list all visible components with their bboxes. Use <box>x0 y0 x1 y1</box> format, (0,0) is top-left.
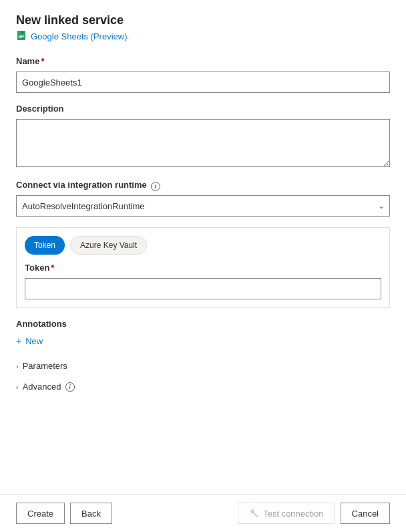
plus-icon: + <box>16 336 21 346</box>
integration-runtime-select[interactable]: AutoResolveIntegrationRuntime <box>16 195 390 217</box>
advanced-label: Advanced <box>23 382 61 392</box>
wrench-icon: 🔧 <box>249 509 259 518</box>
page-title: New linked service <box>16 13 390 27</box>
advanced-section[interactable]: › Advanced i <box>16 376 390 397</box>
parameters-chevron-icon: › <box>16 362 19 370</box>
svg-rect-5 <box>19 37 22 38</box>
azure-key-vault-tab[interactable]: Azure Key Vault <box>70 236 147 255</box>
token-field-label: Token* <box>25 263 54 273</box>
svg-rect-3 <box>19 35 24 35</box>
name-input[interactable] <box>16 72 390 93</box>
description-label: Description <box>16 104 64 114</box>
test-connection-label: Test connection <box>263 509 323 519</box>
parameters-section[interactable]: › Parameters <box>16 356 390 376</box>
new-annotation-label: New <box>25 336 43 346</box>
parameters-label: Parameters <box>23 361 67 371</box>
description-input[interactable] <box>16 119 390 167</box>
integration-runtime-label: Connect via integration runtime <box>16 180 147 190</box>
annotations-label: Annotations <box>16 319 390 329</box>
add-annotation-button[interactable]: + New <box>16 334 390 348</box>
token-input[interactable] <box>25 278 381 299</box>
token-tab[interactable]: Token <box>25 236 65 255</box>
create-button[interactable]: Create <box>16 503 65 524</box>
integration-runtime-info-icon[interactable]: i <box>151 182 160 191</box>
cancel-button[interactable]: Cancel <box>341 503 390 524</box>
advanced-info-icon[interactable]: i <box>65 382 75 392</box>
name-label: Name* <box>16 56 44 66</box>
google-sheets-icon <box>16 30 27 43</box>
test-connection-button[interactable]: 🔧 Test connection <box>238 503 335 524</box>
subtitle-text: Google Sheets (Preview) <box>31 31 128 41</box>
svg-rect-4 <box>19 36 24 37</box>
back-button[interactable]: Back <box>70 503 112 524</box>
advanced-chevron-icon: › <box>16 383 19 391</box>
